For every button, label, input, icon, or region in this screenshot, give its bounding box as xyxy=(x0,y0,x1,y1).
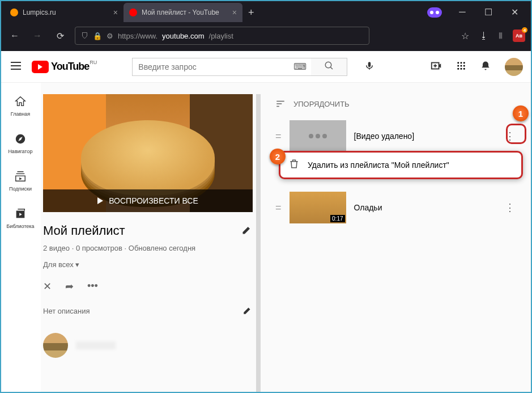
callout-ring xyxy=(506,124,526,144)
sort-icon xyxy=(275,99,286,109)
more-icon[interactable]: ••• xyxy=(87,280,98,293)
sidebar-item-label: Библиотека xyxy=(7,223,35,229)
callout-badge-2: 2 xyxy=(270,149,286,164)
lock-icon: 🔒 xyxy=(93,32,102,40)
play-all-label: ВОСПРОИЗВЕСТИ ВСЕ xyxy=(109,196,198,205)
keyboard-icon[interactable]: ⌨ xyxy=(293,61,307,72)
sidebar-item-label: Главная xyxy=(11,111,30,117)
search-button[interactable] xyxy=(311,58,347,76)
reload-button[interactable]: ⟳ xyxy=(52,31,68,41)
drag-handle-icon[interactable]: = xyxy=(275,130,282,142)
svg-point-10 xyxy=(461,67,462,69)
sidebar: Главная Навигатор Подписки Библиотека xyxy=(0,83,41,393)
close-icon[interactable]: × xyxy=(113,8,118,17)
svg-point-8 xyxy=(463,65,465,66)
create-icon[interactable] xyxy=(430,60,442,74)
download-icon[interactable]: ⭳ xyxy=(479,31,488,41)
sidebar-item-label: Навигатор xyxy=(8,149,32,154)
svg-point-4 xyxy=(461,62,462,64)
svg-point-11 xyxy=(463,67,465,69)
context-menu: Удалить из плейлиста "Мой плейлист" xyxy=(279,151,523,179)
browser-chrome: Lumpics.ru × Мой плейлист - YouTube × + … xyxy=(0,0,532,51)
url-path: /playlist xyxy=(209,32,233,40)
search-input[interactable] xyxy=(132,58,313,76)
library-icon[interactable]: ⫴ xyxy=(499,31,503,41)
avatar[interactable] xyxy=(505,58,523,76)
extension-badge[interactable]: Ав xyxy=(513,29,525,42)
playlist-title: Мой плейлист xyxy=(43,223,125,238)
bookmark-icon[interactable]: ☆ xyxy=(461,31,469,41)
maximize-button[interactable]: ☐ xyxy=(475,2,501,22)
back-button[interactable]: ← xyxy=(7,31,23,41)
sidebar-item-explore[interactable]: Навигатор xyxy=(0,125,41,162)
svg-rect-1 xyxy=(368,62,371,67)
tab-title: Lumpics.ru xyxy=(23,9,56,16)
sidebar-item-subscriptions[interactable]: Подписки xyxy=(0,162,41,200)
playlist-owner[interactable] xyxy=(43,333,253,358)
search-icon xyxy=(324,61,334,71)
playlist-meta: 2 видео · 0 просмотров · Обновлено сегод… xyxy=(43,244,253,252)
url-input[interactable]: ⛉ 🔒 ⚙ https://www.youtube.com/playlist xyxy=(75,27,369,45)
apps-icon[interactable] xyxy=(456,61,466,73)
playlist-cover[interactable]: ВОСПРОИЗВЕСТИ ВСЕ xyxy=(43,94,253,212)
tab-youtube[interactable]: Мой плейлист - YouTube × xyxy=(124,3,242,22)
video-duration: 0:17 xyxy=(330,215,344,222)
favicon-icon xyxy=(129,9,137,16)
visibility-dropdown[interactable]: Для всех ▾ xyxy=(43,260,253,269)
video-title: Оладьи xyxy=(354,203,493,212)
item-menu-button[interactable]: ⋮ xyxy=(501,198,518,217)
svg-point-6 xyxy=(457,65,459,66)
content: ВОСПРОИЗВЕСТИ ВСЕ Мой плейлист 2 видео ·… xyxy=(41,83,532,393)
share-icon[interactable]: ➦ xyxy=(65,280,74,293)
svg-point-7 xyxy=(461,65,462,66)
edit-desc-icon[interactable] xyxy=(242,305,253,317)
video-thumbnail: 0:17 xyxy=(290,192,346,223)
shield-icon: ⛉ xyxy=(81,32,88,40)
notifications-icon[interactable] xyxy=(480,60,491,74)
playlist-items: УПОРЯДОЧИТЬ = [Видео удалено] ⋮ = 0:17 О… xyxy=(262,94,532,393)
tab-bar: Lumpics.ru × Мой плейлист - YouTube × + … xyxy=(0,0,532,23)
address-bar: ← → ⟳ ⛉ 🔒 ⚙ https://www.youtube.com/play… xyxy=(0,23,532,49)
owner-name xyxy=(76,341,116,349)
sidebar-item-home[interactable]: Главная xyxy=(0,87,41,125)
playlist-item[interactable]: = 0:17 Оладьи ⋮ xyxy=(262,189,532,226)
play-all-button[interactable]: ВОСПРОИЗВЕСТИ ВСЕ xyxy=(43,189,253,212)
divider xyxy=(256,94,261,393)
drag-handle-icon[interactable]: = xyxy=(275,202,282,214)
settings-icon: ⚙ xyxy=(107,32,113,40)
youtube-header: YouTube RU ⌨ xyxy=(0,51,532,83)
callout-badge-1: 1 xyxy=(513,105,529,121)
svg-point-5 xyxy=(463,62,465,64)
svg-point-9 xyxy=(457,67,459,69)
play-icon xyxy=(32,61,49,73)
logo-country: RU xyxy=(90,60,97,65)
menu-remove-item[interactable]: Удалить из плейлиста "Мой плейлист" xyxy=(308,160,449,170)
trash-icon xyxy=(288,158,300,172)
youtube-logo[interactable]: YouTube RU xyxy=(32,61,89,73)
sort-label: УПОРЯДОЧИТЬ xyxy=(293,100,350,108)
edit-title-icon[interactable] xyxy=(241,224,253,238)
minimize-button[interactable]: ─ xyxy=(449,2,475,22)
description-text: Нет описания xyxy=(43,307,90,315)
menu-icon[interactable] xyxy=(9,59,23,75)
favicon-icon xyxy=(10,9,18,16)
sort-button[interactable]: УПОРЯДОЧИТЬ xyxy=(262,94,532,118)
close-window-button[interactable]: ✕ xyxy=(501,2,527,22)
vpn-icon[interactable] xyxy=(424,2,445,23)
svg-point-0 xyxy=(325,62,331,68)
forward-button[interactable]: → xyxy=(29,31,45,41)
close-icon[interactable]: × xyxy=(232,8,237,17)
voice-search-icon[interactable] xyxy=(364,61,374,73)
sidebar-item-library[interactable]: Библиотека xyxy=(0,200,41,237)
shuffle-icon[interactable]: ✕ xyxy=(43,280,52,293)
logo-text: YouTube xyxy=(51,61,89,73)
search-form: ⌨ xyxy=(132,58,347,76)
sidebar-item-label: Подписки xyxy=(9,186,32,192)
new-tab-button[interactable]: + xyxy=(248,7,254,19)
svg-point-3 xyxy=(457,62,459,64)
tab-lumpics[interactable]: Lumpics.ru × xyxy=(5,3,124,22)
youtube-app: YouTube RU ⌨ Главная xyxy=(0,51,532,393)
playlist-item[interactable]: = [Видео удалено] ⋮ xyxy=(262,118,532,154)
owner-avatar xyxy=(43,333,68,358)
url-prefix: https://www. xyxy=(118,32,158,40)
